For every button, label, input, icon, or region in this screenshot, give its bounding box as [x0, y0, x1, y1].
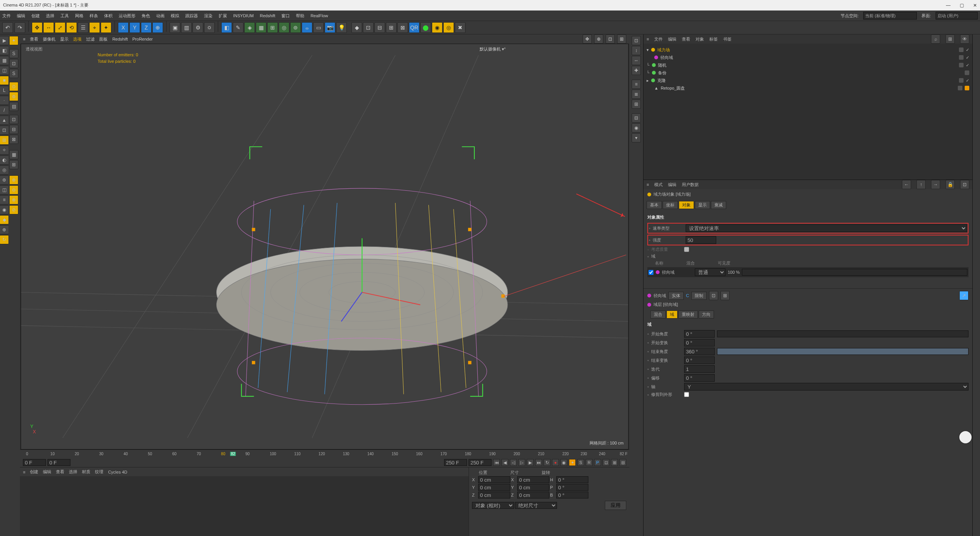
velocity-type-select[interactable]: 设置绝对速率 — [686, 224, 967, 232]
rp-3[interactable]: ↔ — [632, 56, 641, 65]
mat-create[interactable]: 创建 — [30, 469, 38, 475]
tab2-field[interactable]: 域 — [666, 310, 678, 319]
menu-simulate[interactable]: 模拟 — [171, 13, 179, 19]
range-end[interactable] — [469, 459, 492, 466]
menu-spline[interactable]: 样条 — [90, 13, 98, 19]
misc-tool-3[interactable]: ⊞ — [386, 22, 397, 33]
uv-point-mode[interactable]: ⊡ — [0, 126, 9, 135]
lb-15[interactable]: ⊗ — [9, 195, 18, 204]
tree-item-radial[interactable]: 径向域✓ — [647, 54, 969, 61]
object-mode[interactable]: ■ — [0, 76, 9, 85]
rp-10[interactable]: ▾ — [632, 133, 641, 142]
place-tool[interactable]: ⌖ — [89, 22, 100, 33]
am-lock-icon[interactable]: 🔒 — [946, 180, 955, 189]
lock-tool[interactable]: ✦ — [101, 22, 111, 33]
poly-mode[interactable]: ▲ — [0, 116, 9, 125]
coord-mode[interactable]: 对象 (相对) — [472, 502, 514, 509]
menu-redshift[interactable]: Redshift — [260, 13, 275, 18]
lb-8[interactable]: ⊡ — [9, 115, 18, 124]
misc-tool-4[interactable]: ⊠ — [397, 22, 408, 33]
tab-basic[interactable]: 基本 — [647, 201, 662, 209]
bend-deformer[interactable]: ⏛ — [302, 22, 312, 33]
extrude-generator[interactable]: ▦ — [256, 22, 266, 33]
spline-tool[interactable]: ✎ — [233, 22, 243, 33]
render-view-button[interactable]: ▣ — [170, 22, 180, 33]
maximize-button[interactable]: ▢ — [960, 3, 964, 8]
tree-item-retopo[interactable]: ▲Retopo_圆盘 — [647, 84, 969, 92]
burger-icon[interactable]: ≡ — [23, 37, 25, 41]
floor-object[interactable]: ▭ — [313, 22, 324, 33]
mat-select[interactable]: 选择 — [69, 469, 77, 475]
field-generator[interactable]: ◎ — [279, 22, 289, 33]
minimize-button[interactable]: — — [946, 3, 951, 8]
mat-cycles[interactable]: Cycles 4D — [108, 470, 127, 474]
tab-display[interactable]: 显示 — [695, 201, 710, 209]
world-toggle[interactable]: ⊕ — [152, 22, 163, 33]
preview-start[interactable] — [47, 459, 70, 466]
field-icon-1[interactable]: ⊡ — [709, 291, 718, 300]
end-trans[interactable] — [684, 356, 715, 364]
burger-icon[interactable]: ≡ — [647, 182, 649, 187]
key-pla[interactable]: P — [594, 459, 601, 466]
am-up-icon[interactable]: → — [931, 180, 940, 189]
tweak-mode[interactable]: ✧ — [0, 145, 9, 155]
light-object[interactable]: 💡 — [336, 22, 347, 33]
select-tool[interactable]: ✥ — [32, 22, 42, 33]
menu-tools[interactable]: 工具 — [60, 13, 69, 19]
vp-nav-4[interactable]: ⊞ — [617, 34, 626, 44]
menu-character[interactable]: 角色 — [142, 13, 150, 19]
uv-poly-mode[interactable]: ⊞ — [0, 136, 9, 145]
om-view[interactable]: 查看 — [682, 36, 690, 42]
menu-animate[interactable]: 动画 — [156, 13, 165, 19]
link-icon[interactable]: ↗ — [959, 291, 969, 300]
nodespace-select[interactable]: 当前 (标准/物理) — [863, 12, 917, 20]
step-fwd[interactable]: ▶ — [527, 459, 534, 466]
vp-view[interactable]: 查看 — [30, 36, 38, 42]
start-angle[interactable] — [684, 330, 715, 338]
point-mode[interactable]: · — [0, 96, 9, 105]
lb-14[interactable]: ⊖ — [9, 185, 18, 194]
misc-left-3[interactable]: ↻ — [0, 235, 9, 244]
iterations[interactable] — [684, 365, 715, 373]
rp-7[interactable]: ⊞ — [632, 100, 641, 109]
make-editable[interactable]: ▶ — [0, 36, 9, 45]
range-start[interactable] — [23, 459, 46, 466]
vp-nav-3[interactable]: ⊡ — [606, 34, 615, 44]
viewport-solo[interactable]: ◐ — [0, 155, 9, 165]
undo-button[interactable]: ↶ — [2, 22, 13, 33]
burger-icon[interactable]: ≡ — [23, 470, 25, 474]
mat-texture[interactable]: 纹理 — [95, 469, 103, 475]
menu-select[interactable]: 选择 — [46, 13, 54, 19]
om-file[interactable]: 文件 — [654, 36, 663, 42]
snap-toggle[interactable]: ◎ — [0, 165, 9, 175]
record-key[interactable]: ● — [552, 459, 559, 466]
lb-13[interactable]: ⊕ — [9, 175, 18, 185]
tab-solid[interactable]: 实体 — [668, 292, 684, 300]
play-fwd[interactable]: ▷ — [518, 459, 525, 466]
key-misc2[interactable]: ⊞ — [611, 459, 618, 466]
volume-generator[interactable]: ⊚ — [290, 22, 301, 33]
lb-16[interactable]: ⊘ — [9, 205, 18, 214]
tab-limit[interactable]: 限制 — [691, 292, 707, 300]
rotate-tool[interactable]: ⟲ — [66, 22, 77, 33]
material-manager[interactable] — [20, 476, 469, 536]
tree-item-field-force[interactable]: ▾域力场✓ — [647, 46, 969, 54]
om-eye-icon[interactable]: 👁 — [960, 34, 969, 44]
qr-button[interactable]: QR — [409, 22, 420, 33]
x-axis-toggle[interactable]: X — [118, 22, 129, 33]
am-pin-icon[interactable]: ⊡ — [960, 180, 969, 189]
rp-1[interactable]: ⊡ — [632, 36, 641, 45]
rp-9[interactable]: ◉ — [632, 123, 641, 132]
viewport[interactable]: 透视视图 默认摄像机 ▾° Number of emitters: 0Total… — [21, 44, 629, 449]
tab-coord[interactable]: 坐标 — [663, 201, 678, 209]
lb-6[interactable]: ⊚ — [9, 92, 18, 101]
field-row-name[interactable]: 径向域 — [662, 270, 693, 275]
workplane-tool[interactable]: ◫ — [0, 185, 9, 194]
z-axis-toggle[interactable]: Z — [141, 22, 152, 33]
menu-edit[interactable]: 编辑 — [17, 13, 25, 19]
om-filter-icon[interactable]: ⊞ — [946, 34, 955, 44]
mat-material[interactable]: 材质 — [82, 469, 90, 475]
tab2-remap[interactable]: 重映射 — [678, 310, 698, 319]
menu-volume[interactable]: 体积 — [104, 13, 113, 19]
om-objects[interactable]: 对象 — [696, 36, 704, 42]
